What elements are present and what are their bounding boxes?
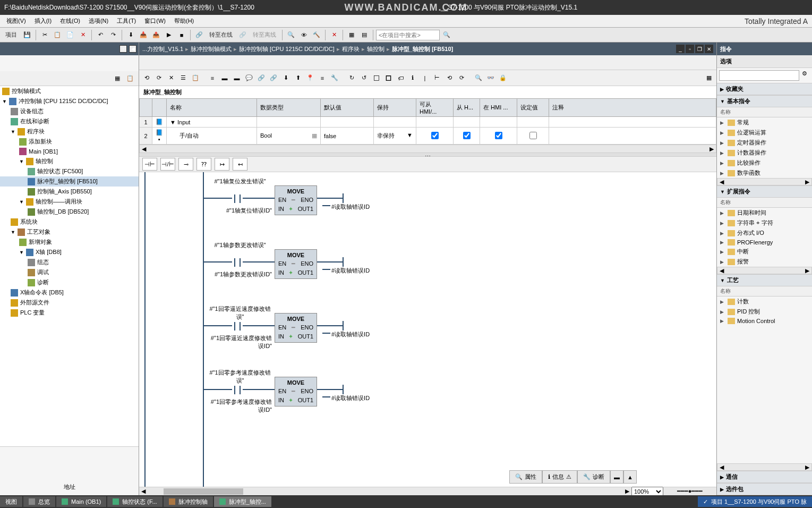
et-17[interactable]: ↻ (346, 73, 357, 83)
save-icon[interactable]: 💾 (21, 29, 33, 41)
task-status[interactable]: 轴控状态 (F... (107, 496, 162, 507)
tree-item[interactable]: 轴控制_DB [DB520] (0, 207, 139, 217)
col-set[interactable]: 设定值 (517, 99, 549, 117)
col-name[interactable]: 名称 (167, 99, 257, 117)
redo-icon[interactable]: ↷ (107, 29, 119, 41)
instruction-folder[interactable]: ▶中断 (717, 247, 812, 257)
et-26[interactable]: ⟳ (456, 73, 467, 83)
tree-item[interactable]: 控制轴_Axis [DB550] (0, 187, 139, 197)
delete-icon[interactable]: ✕ (77, 29, 89, 41)
tech-instructions-header[interactable]: ▼工艺 (717, 275, 812, 286)
col-type[interactable]: 数据类型 (257, 99, 321, 117)
compile-icon[interactable]: ⬇ (125, 29, 136, 41)
tree-view2-icon[interactable]: 📋 (125, 73, 135, 84)
diag-tab[interactable]: 🔧 诊断 (577, 470, 610, 484)
tree-item[interactable]: 新增对象 (0, 237, 139, 247)
minimize-icon[interactable]: _ (676, 45, 685, 53)
project-tree[interactable]: 控制轴模式▼ 冲控制轴 [CPU 1215C DC/DC/DC] 设备组态 在线… (0, 86, 139, 446)
instruction-folder[interactable]: ▶分布式 I/O (717, 228, 812, 238)
search-toolbar-icon[interactable]: 🔍 (285, 29, 297, 41)
instruction-folder[interactable]: ▶位逻辑运算 (717, 128, 812, 138)
crumb-2[interactable]: 脉冲控制轴 [CPU 1215C DC/DC/DC] (239, 45, 335, 53)
status-collapse-icon[interactable]: ▬ (610, 470, 623, 484)
et-20[interactable]: 🞏 (383, 73, 394, 83)
tree-item[interactable]: Main [OB1] (0, 147, 139, 156)
basic-instructions-header[interactable]: ▼基本指令 (717, 96, 812, 107)
status-expand-icon[interactable]: ▲ (623, 470, 637, 484)
crumb-4[interactable]: 轴控制 (367, 45, 384, 53)
paste-icon[interactable]: 📄 (64, 29, 76, 41)
et-9[interactable]: 💬 (244, 73, 254, 83)
search-mode-icon[interactable]: ⚙ (799, 70, 810, 81)
instruction-search-input[interactable] (719, 70, 799, 81)
set-checkbox[interactable] (529, 132, 537, 139)
coil-icon[interactable]: ⊸ (178, 158, 193, 171)
maximize-icon[interactable]: ▫ (686, 45, 694, 53)
go-offline-button[interactable]: 转至离线 (250, 31, 279, 39)
menu-tools[interactable]: 工具(T) (113, 17, 140, 25)
table-row[interactable]: 1 📘 ▼ Input (140, 117, 716, 128)
instruction-folder[interactable]: ▶PROFIenergy (717, 238, 812, 247)
task-pulse-control[interactable]: 脉冲型_轴控... (214, 496, 271, 507)
tree-item[interactable]: ▼ 轴控制——调用块 (0, 197, 139, 207)
tree-item[interactable]: 外部源文件 (0, 298, 139, 308)
instruction-folder[interactable]: ▶数学函数 (717, 168, 812, 178)
tree-item[interactable]: ▼ 冲控制轴 [CPU 1215C DC/DC/DC] (0, 96, 139, 106)
extended-instructions-header[interactable]: ▼扩展指令 (717, 186, 812, 198)
col-hmi3[interactable]: 在 HMI ... (480, 99, 517, 117)
instruction-folder[interactable]: ▶常规 (717, 117, 812, 128)
et-15[interactable]: ≡ (317, 73, 328, 83)
crumb-1[interactable]: 脉冲控制轴模式 (191, 45, 232, 53)
instruction-folder[interactable]: ▶比较操作 (717, 158, 812, 168)
col-default[interactable]: 默认值 (321, 99, 374, 117)
et-7[interactable]: ▬ (219, 73, 230, 83)
menu-options[interactable]: 选项(N) (84, 17, 113, 25)
contact-no-icon[interactable]: ⊣⊢ (142, 158, 157, 171)
tree-item[interactable]: 调试 (0, 267, 139, 277)
branch-close-icon[interactable]: ↤ (233, 158, 247, 171)
tree-item[interactable]: X轴命令表 [DB5] (0, 287, 139, 298)
et-23[interactable]: | (420, 73, 430, 83)
instruction-folder[interactable]: ▶计数器操作 (717, 148, 812, 158)
task-overview[interactable]: 总览 (23, 496, 55, 507)
et-12[interactable]: ⬇ (280, 73, 291, 83)
et-21[interactable]: 🏷 (395, 73, 406, 83)
et-28[interactable]: 👓 (485, 73, 496, 83)
et-1[interactable]: ⟲ (141, 73, 152, 83)
col-comment[interactable]: 注释 (549, 99, 716, 117)
et-5[interactable]: 📋 (190, 73, 201, 83)
table-row[interactable]: 2 📘 ▪ 手/自动 Bool ▦ false 非保持 ▼ (140, 128, 716, 145)
col-retain[interactable]: 保持 (374, 99, 416, 117)
favorites-header[interactable]: ▶收藏夹 (717, 83, 812, 95)
et-24[interactable]: ⊢ (432, 73, 442, 83)
tree-item[interactable]: 脉冲型_轴控制 [FB510] (0, 176, 139, 187)
et-18[interactable]: ↺ (358, 73, 369, 83)
properties-tab[interactable]: 🔍 属性 (509, 470, 542, 484)
splitter[interactable]: ⋯ (139, 153, 716, 156)
et-2[interactable]: ⟳ (153, 73, 164, 83)
go-online-button[interactable]: 转至在线 (206, 31, 236, 39)
menu-window[interactable]: 窗口(W) (140, 17, 170, 25)
tree-item[interactable]: 轴控状态 [FC500] (0, 166, 139, 176)
instruction-folder[interactable]: ▶计数 (717, 297, 812, 307)
split-icon[interactable]: ▦ (346, 29, 357, 41)
et-27[interactable]: 🔍 (473, 73, 484, 83)
tree-item[interactable]: ▼ 轴控制 (0, 156, 139, 166)
instruction-folder[interactable]: ▶定时器操作 (717, 138, 812, 148)
tree-item[interactable]: PLC 变量 (0, 308, 139, 318)
search-go-icon[interactable]: 🔍 (441, 29, 452, 41)
go-offline-icon[interactable]: 🔗 (237, 29, 249, 41)
et-8[interactable]: ▬ (232, 73, 242, 83)
go-online-icon[interactable]: 🔗 (193, 29, 205, 41)
tree-item[interactable]: 在线和诊断 (0, 116, 139, 126)
panel-nav-icon[interactable]: ◀ (129, 45, 136, 53)
var-hscroll[interactable]: ◀ ▶ (139, 145, 716, 153)
col-hmi1[interactable]: 可从 HMI/... (416, 99, 454, 117)
branch-open-icon[interactable]: ↦ (215, 158, 229, 171)
cut-icon[interactable]: ✂ (39, 29, 50, 41)
et-11[interactable]: 🔗 (268, 73, 279, 83)
info-tab[interactable]: ℹ 信息 ⚠ (542, 470, 577, 484)
hmi1-checkbox[interactable] (431, 132, 439, 139)
tree-item[interactable]: 设备组态 (0, 106, 139, 116)
optional-header[interactable]: ▶选件包 (717, 484, 812, 495)
